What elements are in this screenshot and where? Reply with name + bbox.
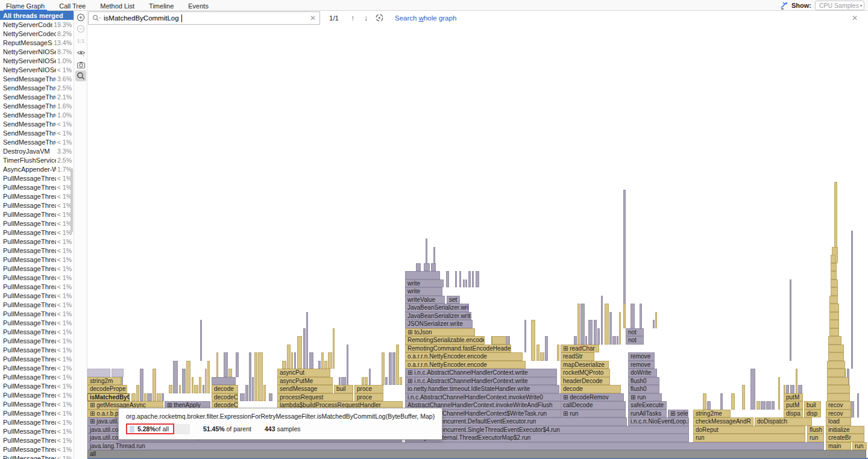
flame-block-flush[interactable]: flush bbox=[807, 426, 824, 434]
flame-block-putm[interactable]: putM bbox=[784, 401, 803, 410]
flame-block[interactable] bbox=[828, 352, 844, 361]
flame-spike[interactable] bbox=[750, 369, 755, 410]
flame-spike[interactable] bbox=[369, 369, 371, 385]
flame-spike[interactable] bbox=[249, 352, 251, 401]
flame-block-dodispatch[interactable]: doDispatch bbox=[755, 417, 812, 426]
flame-block[interactable] bbox=[828, 336, 841, 345]
flame-block[interactable] bbox=[831, 263, 837, 272]
flame-block[interactable] bbox=[831, 279, 838, 288]
flame-spike[interactable] bbox=[294, 352, 296, 369]
flame-block-load[interactable]: load bbox=[826, 417, 851, 426]
flame-block-readstr[interactable]: readStr bbox=[561, 352, 594, 361]
flame-spike[interactable] bbox=[252, 377, 254, 402]
flame-spike[interactable] bbox=[786, 385, 789, 393]
flame-spike[interactable] bbox=[324, 361, 327, 369]
flame-spike[interactable] bbox=[228, 369, 232, 377]
flame-block-i-n-c-n-nioeventloop-run[interactable]: i.n.c.n.NioEventLoop.run bbox=[628, 417, 689, 426]
flame-spike[interactable] bbox=[318, 361, 321, 369]
flame-spike[interactable] bbox=[580, 304, 585, 345]
flame-block-run[interactable]: ⊞ run bbox=[628, 393, 662, 402]
flame-block[interactable] bbox=[431, 263, 436, 272]
flame-spike[interactable] bbox=[772, 401, 775, 410]
flame-spike[interactable] bbox=[476, 271, 479, 287]
tab-events[interactable]: Events bbox=[186, 1, 211, 11]
flame-block-buil[interactable]: buil bbox=[334, 385, 353, 393]
flame-block-write[interactable]: write bbox=[405, 279, 444, 288]
flame-block-buil[interactable]: buil bbox=[804, 401, 821, 410]
flame-block-string2m[interactable]: string2m bbox=[87, 377, 121, 386]
flame-block-decode[interactable]: decode bbox=[561, 385, 621, 393]
flame-spike[interactable] bbox=[205, 369, 207, 393]
flame-block-writevalue[interactable]: writeValue bbox=[405, 296, 445, 304]
flame-spike[interactable] bbox=[707, 401, 711, 410]
flame-spike[interactable] bbox=[339, 377, 341, 386]
flame-block-run[interactable]: ⊞ run bbox=[561, 410, 626, 418]
flame-block-io-netty-util-internal-threadexecutormap-2-run[interactable]: io.netty.util.internal.ThreadExecutorMap… bbox=[405, 434, 689, 442]
flame-block[interactable] bbox=[829, 312, 839, 320]
flame-spike[interactable] bbox=[240, 393, 245, 402]
flame-block-i-n-c-abstractchannelhandlercontext-write[interactable]: ⊞ i.n.c.AbstractChannelHandlerContext.wr… bbox=[405, 377, 557, 386]
flame-spike[interactable] bbox=[328, 352, 332, 369]
flame-spike[interactable] bbox=[851, 231, 853, 369]
flame-block-runalltasks[interactable]: runAllTasks bbox=[628, 410, 667, 418]
flame-spike[interactable] bbox=[389, 352, 392, 385]
tab-timeline[interactable]: Timeline bbox=[146, 1, 176, 11]
flame-block[interactable] bbox=[827, 393, 850, 402]
close-search-icon[interactable]: ✕ bbox=[852, 11, 858, 25]
flame-spike[interactable] bbox=[761, 401, 766, 410]
flame-block[interactable] bbox=[112, 369, 124, 377]
flame-spike[interactable] bbox=[631, 304, 635, 328]
flame-block-remotingserializable-encode[interactable]: RemotingSerializable.encode bbox=[405, 336, 485, 345]
sidebar-item-thread[interactable]: PullMessageThread_< 1% bbox=[0, 417, 74, 426]
flame-block[interactable] bbox=[405, 271, 440, 279]
flame-spike[interactable] bbox=[136, 385, 139, 401]
flame-block-o-a-r-r-n-nettyencoder-encode[interactable]: o.a.r.r.n.NettyEncoder.encode bbox=[405, 361, 526, 369]
flame-spike[interactable] bbox=[303, 328, 306, 369]
flame-spike[interactable] bbox=[536, 345, 539, 361]
flame-block-io-netty-handler-timeout-idlestatehandler-write[interactable]: io.netty.handler.timeout.IdleStateHandle… bbox=[405, 385, 559, 393]
flame-spike[interactable] bbox=[623, 304, 626, 328]
sidebar-item-thread[interactable]: PullMessageThread_< 1% bbox=[0, 363, 74, 372]
flame-block-checkmessageandr[interactable]: checkMessageAndR bbox=[693, 417, 753, 426]
compare-flamegraph-icon[interactable] bbox=[779, 1, 788, 10]
flame-spike[interactable] bbox=[162, 393, 164, 402]
tab-call-tree[interactable]: Call Tree bbox=[57, 1, 88, 11]
flame-block-initialize[interactable]: initialize bbox=[826, 426, 864, 434]
flame-block-string2me[interactable]: string2me bbox=[693, 410, 731, 418]
flame-spike[interactable] bbox=[796, 369, 797, 393]
flame-spike[interactable] bbox=[297, 336, 302, 369]
sidebar-item-thread[interactable]: PullMessageThread_< 1% bbox=[0, 327, 74, 336]
sidebar-item-thread[interactable]: PullMessageThread_< 1% bbox=[0, 390, 74, 399]
flame-block-flush0[interactable]: flush0 bbox=[628, 377, 659, 386]
flame-block[interactable] bbox=[831, 271, 837, 279]
flame-spike[interactable] bbox=[258, 352, 263, 401]
flame-block-all[interactable]: all bbox=[87, 450, 866, 458]
sidebar-item-thread[interactable]: SendMessageThreac< 1% bbox=[0, 128, 74, 137]
flame-block-io-netty-util-concurrent-singlethreadeventexecutor-4-run[interactable]: io.netty.util.concurrent.SingleThreadEve… bbox=[405, 426, 689, 434]
flame-spike[interactable] bbox=[194, 385, 198, 393]
flame-spike[interactable] bbox=[577, 304, 580, 345]
flame-block-main[interactable]: main bbox=[826, 442, 851, 451]
sidebar-item-thread[interactable]: PullMessageThread_< 1% bbox=[0, 381, 74, 390]
flame-block-jsonserializer-write[interactable]: JSONSerializer.write bbox=[405, 320, 473, 328]
sidebar-item-thread[interactable]: PullMessageThread_< 1% bbox=[0, 291, 74, 300]
flame-block[interactable] bbox=[424, 263, 430, 272]
flame-spike[interactable] bbox=[400, 377, 402, 386]
flame-spike[interactable] bbox=[455, 271, 457, 287]
flame-spike[interactable] bbox=[282, 361, 286, 369]
flame-spike[interactable] bbox=[144, 393, 146, 402]
flame-spike[interactable] bbox=[778, 377, 780, 410]
flame-spike[interactable] bbox=[199, 377, 201, 393]
clear-search-icon[interactable]: ✕ bbox=[310, 14, 316, 22]
flame-block-ismatchedbyco[interactable]: isMatchedByCo bbox=[87, 393, 130, 402]
flame-spike[interactable] bbox=[619, 312, 621, 345]
flame-spike[interactable] bbox=[784, 385, 785, 393]
sidebar-item-thread[interactable]: PullMessageThread_< 1% bbox=[0, 454, 74, 459]
flame-spike[interactable] bbox=[433, 247, 435, 263]
flame-spike[interactable] bbox=[601, 296, 603, 345]
flame-block-dowrite[interactable]: doWrite bbox=[628, 369, 657, 377]
flame-spike[interactable] bbox=[426, 239, 427, 263]
flame-spike[interactable] bbox=[347, 345, 348, 386]
flame-block-javabeanserializer-write[interactable]: JavaBeanSerializer.write bbox=[405, 304, 469, 312]
thread-list[interactable]: All threads mergedNettyServerCodecTh19.3… bbox=[0, 11, 74, 459]
